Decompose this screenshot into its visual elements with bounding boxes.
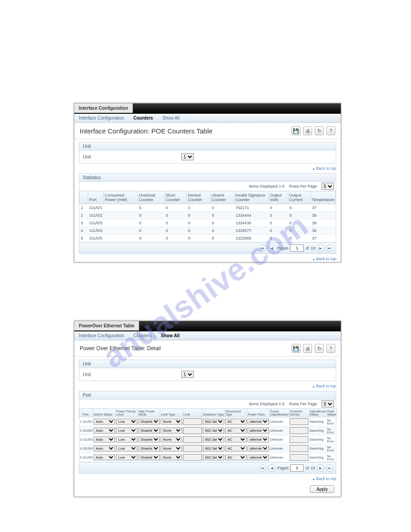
back-to-top-link[interactable]: Back to top bbox=[79, 384, 336, 388]
table-row[interactable]: 1Gi1/0/1AutoLowDisableNone802.3af OnlyAC… bbox=[80, 417, 337, 426]
pairs-select[interactable]: alternative-a bbox=[248, 446, 269, 451]
subnav-counters[interactable]: Counters bbox=[133, 116, 153, 120]
pager-next-icon[interactable]: ▶ bbox=[317, 245, 324, 252]
refresh-icon[interactable]: ↻ bbox=[315, 344, 324, 353]
highpower-select[interactable]: Disable bbox=[138, 455, 160, 460]
save-icon[interactable]: 💾 bbox=[291, 344, 300, 353]
admin-status-select[interactable]: Auto bbox=[94, 437, 115, 442]
col-limittype[interactable]: Limit Type bbox=[160, 409, 183, 417]
detection-select[interactable]: 802.3af Only bbox=[203, 455, 224, 460]
rows-per-page-select[interactable]: 5 bbox=[321, 400, 334, 408]
subnav-show-all[interactable]: Show All bbox=[163, 116, 180, 120]
print-icon[interactable]: 🖨 bbox=[303, 126, 312, 135]
device-input[interactable] bbox=[290, 436, 308, 443]
pairs-select[interactable]: alternative-a bbox=[248, 419, 269, 425]
help-icon[interactable]: ? bbox=[326, 344, 335, 353]
highpower-select[interactable]: Disable bbox=[138, 437, 160, 442]
admin-status-select[interactable]: Auto bbox=[94, 455, 115, 460]
device-input[interactable] bbox=[290, 418, 308, 425]
col-port[interactable]: Port bbox=[88, 191, 104, 204]
col-priority[interactable]: Power Priority Level bbox=[116, 409, 138, 417]
table-row[interactable]: 4Gi1/0/4AutoLowDisableNone802.3af OnlyAC… bbox=[80, 444, 337, 453]
table-row[interactable]: 2Gi1/0/2AutoLowDisableNone802.3af OnlyAC… bbox=[80, 426, 337, 435]
priority-select[interactable]: Low bbox=[116, 437, 137, 442]
pairs-select[interactable]: alternative-a bbox=[248, 428, 269, 433]
table-row[interactable]: 5Gi1/0/5AutoLowDisableNone802.3af OnlyAC… bbox=[80, 453, 337, 462]
pager-prev-icon[interactable]: ◀ bbox=[268, 464, 275, 472]
table-row[interactable]: 3Gi1/0/3000013344360036 bbox=[80, 219, 336, 227]
apply-button[interactable]: Apply bbox=[310, 485, 334, 493]
priority-select[interactable]: Low bbox=[116, 455, 137, 460]
pager-first-icon[interactable]: ⏮ bbox=[259, 245, 266, 252]
limit-input[interactable] bbox=[183, 454, 202, 461]
admin-status-select[interactable]: Auto bbox=[94, 446, 115, 451]
col-device[interactable]: Powered Device bbox=[289, 409, 309, 417]
save-icon[interactable]: 💾 bbox=[291, 126, 300, 135]
col-volts[interactable]: Output Volts bbox=[269, 191, 288, 204]
back-to-top-link[interactable]: Back to top bbox=[79, 257, 336, 261]
table-row[interactable]: 4Gi1/0/4000013345770036 bbox=[80, 227, 336, 235]
pairs-select[interactable]: alternative-a bbox=[248, 455, 269, 460]
col-current[interactable]: Output Current bbox=[288, 191, 311, 204]
col-denied[interactable]: Denied Counter bbox=[187, 191, 210, 204]
pairs-select[interactable]: alternative-a bbox=[248, 437, 269, 442]
tab-interface-configuration[interactable]: Interface Configuration bbox=[74, 103, 133, 113]
col-idx[interactable] bbox=[80, 191, 88, 204]
disconnect-select[interactable]: AC bbox=[225, 455, 247, 460]
col-limit[interactable]: Limit bbox=[183, 409, 202, 417]
highpower-select[interactable]: Disable bbox=[138, 446, 160, 451]
col-highpower[interactable]: High Power Mode bbox=[138, 409, 160, 417]
detection-select[interactable]: 802.3af Only bbox=[203, 419, 224, 425]
col-opstatus[interactable]: Operational Status bbox=[309, 409, 326, 417]
table-row[interactable]: 1Gi1/0/100007621710037 bbox=[80, 204, 336, 212]
pager-current-input[interactable] bbox=[290, 245, 304, 252]
limittype-select[interactable]: None bbox=[161, 446, 182, 451]
print-icon[interactable]: 🖨 bbox=[303, 344, 312, 353]
limittype-select[interactable]: None bbox=[161, 419, 182, 425]
device-input[interactable] bbox=[290, 427, 308, 434]
col-admin[interactable]: Admin Status bbox=[93, 409, 116, 417]
priority-select[interactable]: Low bbox=[116, 428, 137, 433]
limit-input[interactable] bbox=[183, 445, 202, 452]
limit-input[interactable] bbox=[183, 436, 202, 443]
limittype-select[interactable]: None bbox=[161, 437, 182, 442]
col-fault[interactable]: Fault Status bbox=[326, 409, 337, 417]
disconnect-select[interactable]: AC bbox=[225, 428, 247, 433]
pager-first-icon[interactable]: ⏮ bbox=[259, 464, 266, 472]
detection-select[interactable]: 802.3af Only bbox=[203, 428, 224, 433]
device-input[interactable] bbox=[290, 454, 308, 461]
help-icon[interactable]: ? bbox=[326, 126, 335, 135]
col-class[interactable]: Power Classification bbox=[270, 409, 289, 417]
col-consumed[interactable]: Consumed Power (mW) bbox=[104, 191, 138, 204]
highpower-select[interactable]: Disable bbox=[138, 428, 160, 433]
disconnect-select[interactable]: AC bbox=[225, 419, 247, 425]
priority-select[interactable]: Low bbox=[116, 446, 137, 451]
table-row[interactable]: 5Gi1/0/5000013236890037 bbox=[80, 235, 336, 242]
disconnect-select[interactable]: AC bbox=[225, 446, 247, 451]
col-detection[interactable]: Detection Type bbox=[202, 409, 225, 417]
subnav-show-all[interactable]: Show All bbox=[161, 333, 180, 338]
pager-last-icon[interactable]: ⏭ bbox=[326, 464, 333, 472]
pager-current-input[interactable] bbox=[290, 464, 304, 472]
limit-input[interactable] bbox=[183, 427, 202, 434]
pager-next-icon[interactable]: ▶ bbox=[317, 464, 324, 472]
pager-last-icon[interactable]: ⏭ bbox=[326, 245, 333, 252]
col-overload[interactable]: Overload Counter bbox=[138, 191, 165, 204]
subnav-counters[interactable]: Counters bbox=[133, 333, 152, 338]
admin-status-select[interactable]: Auto bbox=[94, 428, 115, 433]
back-to-top-link[interactable]: Back to top bbox=[79, 166, 336, 171]
tab-poe-table[interactable]: PowerOver Ethernet Table bbox=[74, 321, 139, 330]
col-disconnect[interactable]: Disconnect Type bbox=[225, 409, 247, 417]
priority-select[interactable]: Low bbox=[116, 419, 137, 425]
admin-status-select[interactable]: Auto bbox=[94, 419, 115, 425]
col-temp[interactable]: Temperature bbox=[311, 191, 336, 204]
refresh-icon[interactable]: ↻ bbox=[315, 126, 324, 135]
highpower-select[interactable]: Disable bbox=[138, 419, 160, 425]
device-input[interactable] bbox=[290, 445, 308, 452]
col-pairs[interactable]: Power Pairs bbox=[247, 409, 270, 417]
disconnect-select[interactable]: AC bbox=[225, 437, 247, 442]
unit-select[interactable]: 1 bbox=[181, 153, 194, 160]
limittype-select[interactable]: None bbox=[161, 428, 182, 433]
table-row[interactable]: 2Gi1/0/2000013344440036 bbox=[80, 212, 336, 219]
col-absent[interactable]: Absent Counter bbox=[210, 191, 234, 204]
